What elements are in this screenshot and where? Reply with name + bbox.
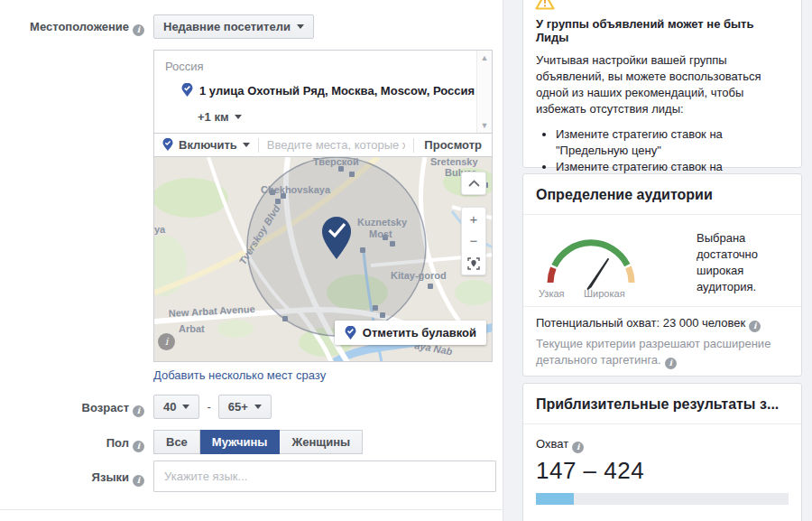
drop-pin-button[interactable]: Отметить булавкой	[335, 321, 486, 345]
estimated-results-card: Приблизительные результаты з... Охватi 1…	[522, 383, 802, 521]
gauge-status-text: Выбрана достаточно широкая аудитория.	[697, 227, 789, 295]
age-label: Возрастi	[0, 401, 144, 417]
location-country: Россия	[165, 60, 204, 73]
leads-metric-label: Лидыi	[523, 505, 801, 521]
scrollbar[interactable]: ▲ ▼	[476, 51, 492, 133]
chevron-down-icon	[182, 405, 189, 409]
gender-male-button[interactable]: Мужчины	[200, 430, 281, 454]
ads-manager-targeting-screen: Местоположениеi Недавние посетители Росс…	[0, 0, 812, 521]
chevron-down-icon	[243, 143, 250, 147]
map-pin-icon	[181, 83, 193, 98]
reach-bar-fill	[536, 493, 574, 505]
map-canvas[interactable]: Тверской Sretensky Bulvar Chekhovskaya K…	[153, 157, 493, 362]
map-label: Kitay-gorod	[391, 270, 447, 281]
languages-label: Языкиi	[0, 470, 144, 487]
age-min-dropdown[interactable]: 40	[153, 395, 199, 419]
zoom-out-button[interactable]: −	[461, 229, 486, 253]
map-label: Chekhovskaya	[261, 184, 331, 195]
gender-segmented-control: Все Мужчины Женщины	[153, 430, 363, 454]
audience-sidebar: У группы объявлений может не быть Лиды У…	[503, 0, 812, 521]
estimated-results-title: Приблизительные результаты з...	[523, 384, 801, 423]
gender-label: Полi	[0, 436, 144, 452]
chevron-down-icon	[297, 24, 304, 29]
age-controls: 40 - 65+	[153, 395, 272, 419]
location-search-bar: Включить Просмотр	[153, 134, 493, 157]
age-range-dash: -	[207, 400, 210, 414]
recommendation-item: Измените стратегию ставок на "Предельную…	[556, 126, 789, 159]
info-icon[interactable]: i	[133, 24, 144, 36]
reach-metric-label: Охватi	[523, 424, 801, 453]
map-label: Arbat	[179, 323, 205, 334]
map-label: Тверской	[313, 157, 359, 167]
add-bulk-locations-link[interactable]: Добавить несколько мест сразу	[153, 368, 326, 382]
map-attribution-icon[interactable]: i	[158, 333, 175, 350]
gauge-right-label: Широкая	[584, 288, 625, 299]
info-icon[interactable]: i	[665, 358, 677, 369]
map-label: Kuznetsky	[357, 217, 408, 228]
scroll-up-icon[interactable]: ▲	[477, 51, 492, 65]
zoom-in-button[interactable]: +	[461, 207, 486, 230]
warning-card: У группы объявлений может не быть Лиды У…	[522, 0, 802, 168]
location-label: Местоположениеi	[0, 20, 144, 36]
scroll-down-icon[interactable]: ▼	[477, 118, 492, 133]
location-address-row[interactable]: 1 улица Охотный Ряд, Москва, Moscow, Рос…	[181, 83, 475, 98]
map-label: ya	[154, 224, 166, 235]
include-dropdown[interactable]: Включить	[154, 138, 258, 152]
location-search-input[interactable]	[259, 138, 414, 152]
languages-input[interactable]	[153, 461, 496, 492]
info-icon[interactable]: i	[133, 405, 144, 417]
location-list: Россия 1 улица Охотный Ряд, Москва, Mosc…	[153, 50, 493, 134]
section-divider	[0, 509, 502, 510]
audience-gauge-row: Узкая Широкая Выбрана достаточно широкая…	[523, 215, 801, 306]
map-pin-icon	[162, 138, 173, 152]
locate-me-button[interactable]	[461, 252, 486, 275]
collapse-map-button[interactable]	[461, 172, 486, 195]
gender-all-button[interactable]: Все	[153, 430, 200, 454]
info-icon[interactable]: i	[572, 442, 584, 453]
chevron-down-icon	[235, 115, 242, 119]
age-max-dropdown[interactable]: 65+	[218, 395, 272, 419]
info-icon[interactable]: i	[133, 441, 144, 452]
chevron-up-icon	[468, 180, 480, 187]
chevron-down-icon	[254, 405, 262, 409]
audience-definition-title: Определение аудитории	[523, 174, 801, 214]
info-icon[interactable]: i	[133, 475, 144, 487]
location-type-dropdown[interactable]: Недавние посетители	[153, 14, 314, 39]
targeting-form: Местоположениеi Недавние посетители Росс…	[0, 0, 503, 521]
warning-body: Учитывая настройки вашей группы объявлен…	[536, 52, 789, 117]
reach-bar	[536, 493, 789, 505]
locate-pin-icon	[467, 257, 480, 270]
targeting-expansion-note: Текущие критерии разрешают расширение де…	[523, 332, 801, 382]
radius-dropdown[interactable]: +1 км	[198, 110, 242, 124]
map-pin-icon	[345, 326, 356, 340]
browse-button[interactable]: Просмотр	[414, 138, 492, 152]
audience-gauge: Узкая Широкая	[536, 227, 646, 299]
potential-reach-line: Потенциальный охват: 23 000 человекi	[523, 307, 801, 332]
gauge-left-label: Узкая	[539, 288, 565, 299]
map-label: Most	[369, 228, 392, 239]
warning-triangle-icon	[535, 0, 555, 14]
map-label: Sretensky	[430, 157, 478, 167]
reach-metric-value: 147 – 424	[523, 453, 801, 485]
warning-title: У группы объявлений может не быть Лиды	[536, 17, 789, 44]
location-widget: Россия 1 улица Охотный Ряд, Москва, Mosc…	[153, 50, 493, 362]
info-icon[interactable]: i	[749, 321, 761, 332]
gender-female-button[interactable]: Женщины	[280, 430, 363, 454]
audience-definition-card: Определение аудитории Узкая Широкая Выбр…	[522, 173, 802, 377]
